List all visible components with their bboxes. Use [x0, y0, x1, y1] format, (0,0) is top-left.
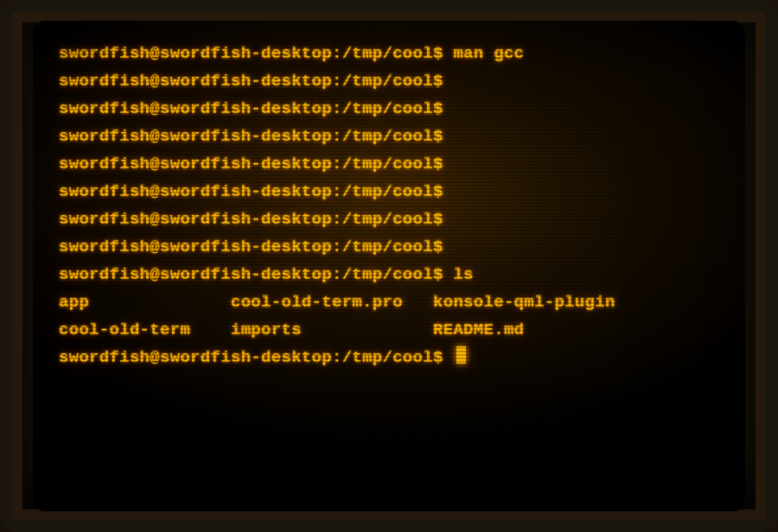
shell-command: ls	[453, 265, 473, 284]
terminal-current-line[interactable]: swordfish@swordfish-desktop:/tmp/cool$	[59, 344, 719, 371]
shell-prompt: swordfish@swordfish-desktop:/tmp/cool$	[59, 348, 443, 367]
terminal-line: swordfish@swordfish-desktop:/tmp/cool$	[59, 95, 719, 123]
terminal-line: swordfish@swordfish-desktop:/tmp/cool$ m…	[59, 40, 719, 67]
cursor-block-icon	[456, 346, 466, 364]
terminal-line: swordfish@swordfish-desktop:/tmp/cool$	[59, 233, 719, 261]
terminal-line: swordfish@swordfish-desktop:/tmp/cool$	[59, 123, 719, 150]
ls-entry: cool-old-term.pro	[231, 288, 433, 316]
shell-prompt: swordfish@swordfish-desktop:/tmp/cool$	[59, 265, 443, 284]
terminal-line: swordfish@swordfish-desktop:/tmp/cool$	[59, 150, 719, 178]
terminal-line: swordfish@swordfish-desktop:/tmp/cool$	[59, 67, 719, 95]
shell-prompt: swordfish@swordfish-desktop:/tmp/cool$	[59, 155, 443, 174]
terminal-line: swordfish@swordfish-desktop:/tmp/cool$	[59, 178, 719, 206]
crt-screen: swordfish@swordfish-desktop:/tmp/cool$ m…	[33, 21, 745, 511]
ls-entry: app	[59, 288, 231, 316]
terminal-line: swordfish@swordfish-desktop:/tmp/cool$ l…	[59, 261, 719, 288]
ls-entry: cool-old-term	[59, 316, 231, 344]
shell-prompt: swordfish@swordfish-desktop:/tmp/cool$	[59, 210, 443, 229]
shell-prompt: swordfish@swordfish-desktop:/tmp/cool$	[59, 44, 443, 63]
crt-stage: swordfish@swordfish-desktop:/tmp/cool$ m…	[0, 0, 778, 532]
shell-prompt: swordfish@swordfish-desktop:/tmp/cool$	[59, 182, 443, 201]
ls-entry: README.md	[433, 316, 524, 344]
shell-prompt: swordfish@swordfish-desktop:/tmp/cool$	[59, 99, 443, 118]
shell-prompt: swordfish@swordfish-desktop:/tmp/cool$	[59, 238, 443, 256]
terminal-output[interactable]: swordfish@swordfish-desktop:/tmp/cool$ m…	[59, 40, 719, 371]
ls-row: cool-old-term imports README.md	[59, 316, 719, 344]
shell-prompt: swordfish@swordfish-desktop:/tmp/cool$	[59, 127, 443, 146]
ls-row: app cool-old-term.pro konsole-qml-plugin	[59, 288, 719, 316]
ls-entry: imports	[231, 316, 433, 344]
ls-entry: konsole-qml-plugin	[433, 288, 615, 316]
shell-prompt: swordfish@swordfish-desktop:/tmp/cool$	[59, 72, 443, 91]
shell-command: man gcc	[453, 44, 524, 63]
terminal-line: swordfish@swordfish-desktop:/tmp/cool$	[59, 206, 719, 233]
